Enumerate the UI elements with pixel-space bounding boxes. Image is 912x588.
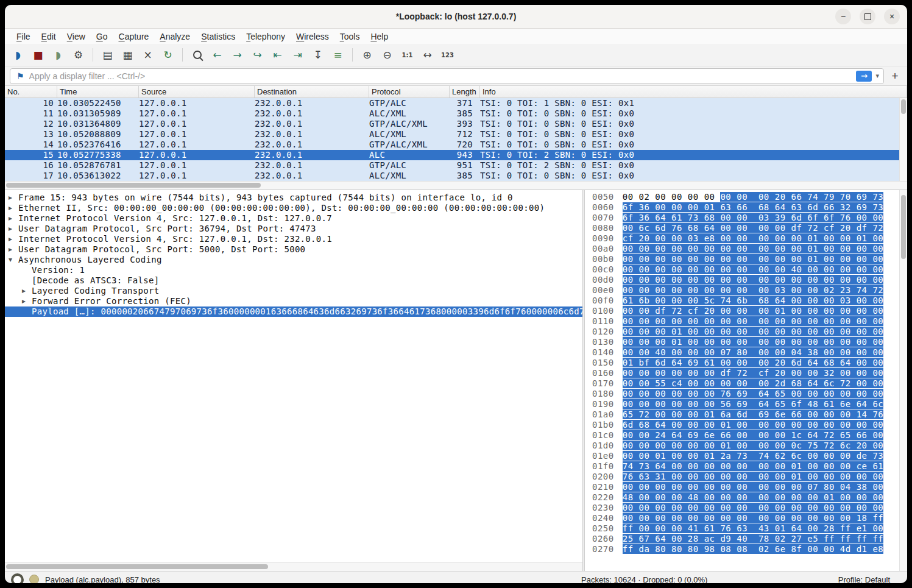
hex-row-0220[interactable]: 022048 00 00 00 48 00 00 00 00 00 00 00 … <box>592 492 907 503</box>
detail-row-0[interactable]: ▸Frame 15: 943 bytes on wire (7544 bits)… <box>5 193 582 203</box>
packet-row-13[interactable]: 1310.052088809127.0.0.1232.0.0.1ALC/XML7… <box>5 129 899 140</box>
titlebar[interactable]: *Loopback: lo (host 127.0.0.7) − × <box>5 5 907 29</box>
menu-item-analyze[interactable]: Analyze <box>154 30 196 43</box>
expand-icon[interactable]: ▸ <box>9 213 18 224</box>
hex-row-00e0[interactable]: 00e000 00 00 00 00 00 00 00 00 03 00 00 … <box>592 285 907 296</box>
packet-row-12[interactable]: 1210.031364809127.0.0.1232.0.0.1GTP/ALC/… <box>5 119 899 129</box>
open-capture-file-icon[interactable]: ▤ <box>99 48 116 63</box>
detail-row-5[interactable]: ▸User Datagram Protocol, Src Port: 5000,… <box>5 244 582 255</box>
add-filter-button[interactable]: + <box>888 69 902 83</box>
maximize-button[interactable] <box>860 9 875 24</box>
hex-row-00b0[interactable]: 00b000 00 00 00 00 00 00 00 00 00 00 01 … <box>592 254 907 264</box>
detail-row-8[interactable]: [Decode as ATSC3: False] <box>5 275 582 286</box>
packet-row-15[interactable]: 1510.052775338127.0.0.1232.0.0.1ALC943TS… <box>5 150 899 160</box>
restart-capture-icon[interactable]: ◗ <box>50 48 66 63</box>
hex-row-0210[interactable]: 021000 00 00 00 00 00 00 00 00 00 00 07 … <box>592 482 907 492</box>
column-header-proto[interactable]: Protocol <box>369 86 450 97</box>
menu-item-go[interactable]: Go <box>91 30 113 43</box>
status-profile[interactable]: Profile: Default <box>838 575 890 584</box>
collapse-icon[interactable]: ▾ <box>9 255 18 265</box>
hex-row-01c0[interactable]: 01c000 00 24 64 69 6e 66 00 00 00 1c 64 … <box>592 430 907 441</box>
column-header-len[interactable]: Length <box>450 86 480 97</box>
column-header-info[interactable]: Info <box>480 86 907 97</box>
expand-icon[interactable]: ▸ <box>22 296 32 306</box>
column-header-src[interactable]: Source <box>139 86 255 97</box>
packet-list-vscroll-thumb[interactable] <box>901 99 906 114</box>
expert-info-icon[interactable] <box>11 573 24 584</box>
go-first-packet-icon[interactable]: ⇤ <box>269 48 286 63</box>
save-capture-file-icon[interactable]: ▦ <box>119 48 136 63</box>
menu-item-file[interactable]: File <box>11 30 36 43</box>
hex-row-01a0[interactable]: 01a065 72 00 00 00 01 6a 6d 69 6e 66 00 … <box>592 409 907 420</box>
hex-row-0190[interactable]: 019000 00 00 00 00 00 56 69 64 65 6f 48 … <box>592 399 907 409</box>
menu-item-tools[interactable]: Tools <box>334 30 366 43</box>
hex-row-01f0[interactable]: 01f074 73 64 00 00 00 00 00 00 00 01 00 … <box>592 461 907 472</box>
start-capture-icon[interactable]: ◗ <box>10 48 26 63</box>
hex-row-0120[interactable]: 012000 00 00 01 00 00 00 00 00 00 00 00 … <box>592 327 907 337</box>
packet-list-hscrollbar[interactable] <box>5 181 907 190</box>
hex-vscroll-thumb[interactable] <box>901 195 906 259</box>
hex-row-0080[interactable]: 008000 6c 6d 76 68 64 00 00 00 00 df 72 … <box>592 223 907 233</box>
go-back-icon[interactable]: ← <box>209 48 225 63</box>
detail-row-4[interactable]: ▸Internet Protocol Version 4, Src: 127.0… <box>5 234 582 244</box>
hex-row-0150[interactable]: 015001 bf 6d 64 69 61 00 00 00 20 6d 64 … <box>592 358 907 368</box>
auto-scroll-icon[interactable]: ↧ <box>309 48 326 63</box>
detail-row-10[interactable]: ▸Forward Error Correction (FEC) <box>5 296 582 306</box>
close-capture-file-icon[interactable]: × <box>140 48 156 63</box>
hex-row-0170[interactable]: 017000 00 55 c4 00 00 00 00 00 2d 68 64 … <box>592 378 907 389</box>
stop-capture-icon[interactable]: ■ <box>30 48 46 63</box>
hex-row-0200[interactable]: 020076 63 31 00 00 00 00 00 00 00 01 00 … <box>592 472 907 482</box>
capture-comment-icon[interactable] <box>29 575 39 583</box>
hex-row-0110[interactable]: 011000 00 00 00 00 00 00 00 00 00 00 00 … <box>592 316 907 327</box>
resize-columns-icon[interactable]: ↔ <box>419 48 436 63</box>
zoom-out-icon[interactable]: ⊖ <box>379 48 395 63</box>
hex-row-01d0[interactable]: 01d000 00 00 00 00 00 01 00 00 00 0c 75 … <box>592 441 907 451</box>
colorize-packets-icon[interactable]: ≡ <box>330 48 346 63</box>
reload-capture-file-icon[interactable]: ↻ <box>160 48 176 63</box>
detail-row-11[interactable]: Payload […]: 000000206674797069736f36000… <box>5 306 582 317</box>
packet-row-11[interactable]: 1110.031305989127.0.0.1232.0.0.1ALC/XML3… <box>5 108 899 119</box>
hex-row-0250[interactable]: 0250ff 00 00 00 41 61 76 63 43 01 64 00 … <box>592 523 907 534</box>
hex-row-0180[interactable]: 018000 00 00 00 00 00 76 69 64 65 00 00 … <box>592 389 907 399</box>
find-packet-icon[interactable] <box>189 48 205 63</box>
expand-icon[interactable]: ▸ <box>22 286 32 296</box>
menu-item-capture[interactable]: Capture <box>113 30 155 43</box>
hex-row-0260[interactable]: 026025 67 64 00 28 ac d9 40 78 02 27 e5 … <box>592 534 907 544</box>
expand-icon[interactable]: ▸ <box>9 203 18 213</box>
hex-row-0270[interactable]: 0270ff da 80 80 80 98 08 08 02 6e 8f 00 … <box>592 544 907 554</box>
go-last-packet-icon[interactable]: ⇥ <box>289 48 306 63</box>
hex-row-00a0[interactable]: 00a000 00 00 00 00 00 00 00 00 00 00 01 … <box>592 244 907 254</box>
detail-row-7[interactable]: Version: 1 <box>5 265 582 275</box>
menu-item-telephony[interactable]: Telephony <box>241 30 291 43</box>
hex-vscrollbar[interactable] <box>899 190 907 571</box>
hex-row-01b0[interactable]: 01b06d 68 64 00 00 00 01 00 00 00 00 00 … <box>592 420 907 430</box>
hex-row-01e0[interactable]: 01e000 00 01 00 00 01 2a 73 74 62 6c 00 … <box>592 451 907 461</box>
detail-row-6[interactable]: ▾Asynchronous Layered Coding <box>5 255 582 265</box>
bookmark-icon[interactable]: ⚑ <box>13 71 28 81</box>
close-button[interactable]: × <box>884 9 900 24</box>
zoom-in-icon[interactable]: ⊕ <box>359 48 375 63</box>
display-filter-input[interactable] <box>28 71 857 82</box>
packet-row-16[interactable]: 1610.052876781127.0.0.1232.0.0.1GTP/ALC9… <box>5 160 899 171</box>
expand-icon[interactable]: ▸ <box>9 224 18 234</box>
go-to-packet-icon[interactable]: ↪ <box>249 48 266 63</box>
hex-row-0240[interactable]: 024000 00 00 00 00 00 00 00 00 00 00 00 … <box>592 513 907 523</box>
hex-row-0100[interactable]: 010000 00 df 72 cf 20 00 00 00 01 00 00 … <box>592 306 907 316</box>
menu-item-view[interactable]: View <box>62 30 91 43</box>
display-columns-icon[interactable]: 123 <box>439 48 456 63</box>
detail-hscroll-thumb[interactable] <box>6 564 268 569</box>
expand-icon[interactable]: ▸ <box>9 244 18 255</box>
menu-item-help[interactable]: Help <box>365 30 394 43</box>
packet-row-10[interactable]: 1010.030522450127.0.0.1232.0.0.1GTP/ALC3… <box>5 98 899 108</box>
hex-row-0130[interactable]: 013000 00 00 01 00 00 00 00 00 00 00 00 … <box>592 337 907 347</box>
packet-list-hscroll-thumb[interactable] <box>6 183 261 188</box>
hex-row-0070[interactable]: 00706f 36 64 61 73 68 00 00 03 39 6d 6f … <box>592 213 907 223</box>
menu-item-edit[interactable]: Edit <box>36 30 62 43</box>
menu-item-statistics[interactable]: Statistics <box>196 30 241 43</box>
hex-row-00f0[interactable]: 00f061 6b 00 00 00 5c 74 6b 68 64 00 00 … <box>592 296 907 306</box>
filter-apply-button[interactable]: → <box>856 71 872 82</box>
hex-row-0230[interactable]: 023000 00 00 00 00 00 00 00 00 00 00 00 … <box>592 503 907 513</box>
hex-row-0160[interactable]: 016000 00 00 00 00 00 df 72 cf 20 00 00 … <box>592 368 907 378</box>
filter-dropdown-icon[interactable]: ▾ <box>874 72 881 80</box>
hex-row-00d0[interactable]: 00d000 00 00 00 00 00 00 00 00 00 00 00 … <box>592 275 907 285</box>
